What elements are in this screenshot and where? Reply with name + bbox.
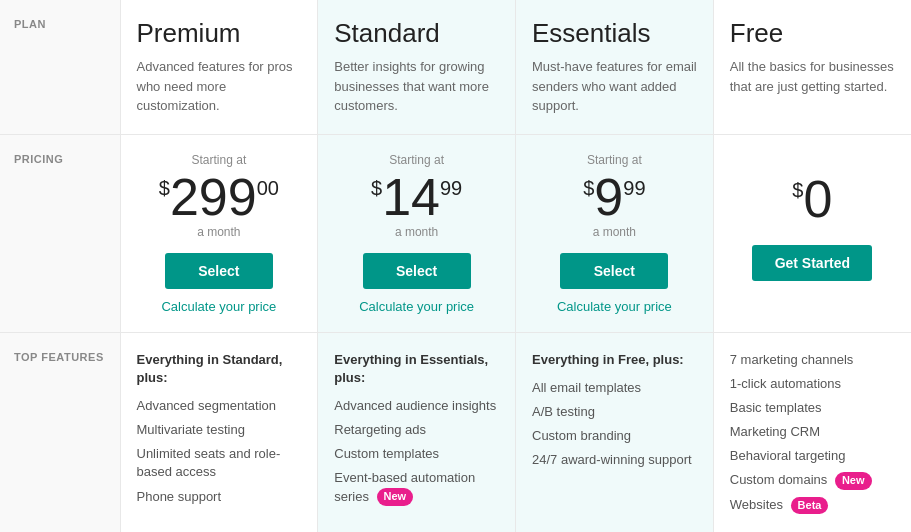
list-item: Marketing CRM: [730, 423, 895, 441]
standard-title: Standard: [334, 18, 499, 49]
plan-essentials-header: Essentials Must-have features for email …: [516, 0, 714, 134]
list-item: Unlimited seats and role-based access: [137, 445, 302, 481]
premium-starting-at: Starting at: [137, 153, 302, 167]
essentials-pricing: Starting at $ 9 99 a month Select Calcul…: [516, 134, 714, 332]
free-get-started-button[interactable]: Get Started: [752, 245, 872, 281]
free-title: Free: [730, 18, 895, 49]
premium-features-intro: Everything in Standard, plus:: [137, 351, 302, 387]
list-item: Custom templates: [334, 445, 499, 463]
free-desc: All the basics for businesses that are j…: [730, 57, 895, 96]
premium-features: Everything in Standard, plus: Advanced s…: [120, 332, 318, 532]
features-label: TOP FEATURES: [0, 332, 120, 532]
standard-pricing: Starting at $ 14 99 a month Select Calcu…: [318, 134, 516, 332]
list-item: Websites Beta: [730, 496, 895, 514]
plan-label: PLAN: [0, 0, 120, 134]
essentials-dollar: $: [583, 177, 594, 200]
essentials-price-main: 9: [594, 171, 623, 223]
free-websites-badge: Beta: [791, 497, 829, 514]
plan-standard-header: Standard Better insights for growing bus…: [318, 0, 516, 134]
standard-price-cents: 99: [440, 177, 462, 200]
list-item: A/B testing: [532, 403, 697, 421]
essentials-price-amount: $ 9 99: [532, 171, 697, 223]
premium-dollar: $: [159, 177, 170, 200]
list-item: Advanced audience insights: [334, 397, 499, 415]
list-item: Behavioral targeting: [730, 447, 895, 465]
free-features: 7 marketing channels 1-click automations…: [713, 332, 911, 532]
pricing-table: PLAN Premium Advanced features for pros …: [0, 0, 911, 532]
standard-price-main: 14: [382, 171, 440, 223]
standard-desc: Better insights for growing businesses t…: [334, 57, 499, 116]
list-item: Custom branding: [532, 427, 697, 445]
essentials-title: Essentials: [532, 18, 697, 49]
essentials-features-list: All email templates A/B testing Custom b…: [532, 379, 697, 470]
list-item: Retargeting ads: [334, 421, 499, 439]
pricing-row: PRICING Starting at $ 299 00 a month Sel…: [0, 134, 911, 332]
free-price-amount: $ 0: [730, 173, 895, 225]
standard-new-badge: New: [377, 488, 414, 505]
list-item: Multivariate testing: [137, 421, 302, 439]
free-dollar: $: [792, 179, 803, 202]
essentials-features: Everything in Free, plus: All email temp…: [516, 332, 714, 532]
standard-period: a month: [334, 225, 499, 239]
features-row: TOP FEATURES Everything in Standard, plu…: [0, 332, 911, 532]
list-item: Advanced segmentation: [137, 397, 302, 415]
plan-free-header: Free All the basics for businesses that …: [713, 0, 911, 134]
list-item: Custom domains New: [730, 471, 895, 489]
essentials-calc-link[interactable]: Calculate your price: [532, 299, 697, 314]
plan-premium-header: Premium Advanced features for pros who n…: [120, 0, 318, 134]
standard-starting-at: Starting at: [334, 153, 499, 167]
premium-select-button[interactable]: Select: [165, 253, 273, 289]
premium-price-cents: 00: [257, 177, 279, 200]
premium-price-amount: $ 299 00: [137, 171, 302, 223]
free-custom-domains-badge: New: [835, 472, 872, 489]
standard-features: Everything in Essentials, plus: Advanced…: [318, 332, 516, 532]
list-item: Basic templates: [730, 399, 895, 417]
standard-features-list: Advanced audience insights Retargeting a…: [334, 397, 499, 506]
standard-dollar: $: [371, 177, 382, 200]
essentials-select-button[interactable]: Select: [560, 253, 668, 289]
essentials-price-cents: 99: [623, 177, 645, 200]
essentials-desc: Must-have features for email senders who…: [532, 57, 697, 116]
premium-pricing: Starting at $ 299 00 a month Select Calc…: [120, 134, 318, 332]
standard-select-button[interactable]: Select: [363, 253, 471, 289]
list-item: All email templates: [532, 379, 697, 397]
list-item: Event-based automation series New: [334, 469, 499, 505]
premium-price-main: 299: [170, 171, 257, 223]
free-price-main: 0: [803, 173, 832, 225]
plan-header-row: PLAN Premium Advanced features for pros …: [0, 0, 911, 134]
free-pricing: $ 0 Get Started: [713, 134, 911, 332]
premium-features-list: Advanced segmentation Multivariate testi…: [137, 397, 302, 506]
pricing-label: PRICING: [0, 134, 120, 332]
list-item: 1-click automations: [730, 375, 895, 393]
premium-period: a month: [137, 225, 302, 239]
essentials-starting-at: Starting at: [532, 153, 697, 167]
essentials-period: a month: [532, 225, 697, 239]
free-features-list: 7 marketing channels 1-click automations…: [730, 351, 895, 514]
list-item: Phone support: [137, 488, 302, 506]
standard-calc-link[interactable]: Calculate your price: [334, 299, 499, 314]
list-item: 24/7 award-winning support: [532, 451, 697, 469]
standard-features-intro: Everything in Essentials, plus:: [334, 351, 499, 387]
premium-title: Premium: [137, 18, 302, 49]
list-item: 7 marketing channels: [730, 351, 895, 369]
standard-price-amount: $ 14 99: [334, 171, 499, 223]
premium-desc: Advanced features for pros who need more…: [137, 57, 302, 116]
essentials-features-intro: Everything in Free, plus:: [532, 351, 697, 369]
premium-calc-link[interactable]: Calculate your price: [137, 299, 302, 314]
